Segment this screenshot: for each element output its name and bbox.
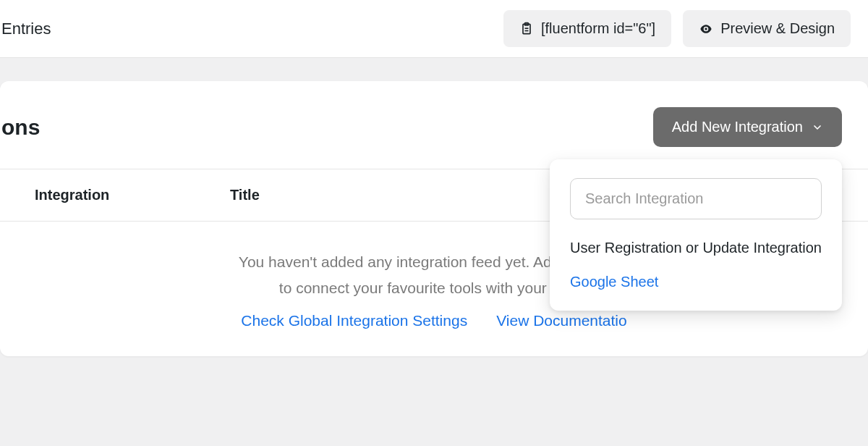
column-header-title: Title: [195, 187, 260, 203]
spacer: [0, 58, 868, 81]
integrations-panel: ons Add New Integration Integration Titl…: [0, 81, 868, 356]
top-bar: Entries [fluentform id="6"] Preview & De…: [0, 0, 868, 58]
add-new-integration-button[interactable]: Add New Integration: [653, 107, 842, 147]
shortcode-button[interactable]: [fluentform id="6"]: [503, 10, 671, 47]
page-title: ons: [0, 115, 40, 140]
add-new-integration-label: Add New Integration: [672, 119, 803, 135]
preview-design-button[interactable]: Preview & Design: [683, 10, 851, 47]
top-bar-actions: [fluentform id="6"] Preview & Design: [503, 10, 851, 47]
view-documentation-link[interactable]: View Documentatio: [496, 312, 627, 329]
dropdown-item-google-sheet[interactable]: Google Sheet: [570, 274, 822, 290]
empty-state-links: Check Global Integration Settings View D…: [29, 312, 839, 329]
eye-icon: [699, 22, 713, 36]
chevron-down-icon: [812, 122, 823, 133]
shortcode-text: [fluentform id="6"]: [541, 20, 655, 37]
tab-entries[interactable]: Entries: [0, 20, 51, 38]
column-header-integration: Integration: [0, 187, 195, 203]
integration-dropdown: User Registration or Update Integration …: [550, 159, 842, 311]
search-integration-input[interactable]: [570, 178, 822, 219]
global-integration-settings-link[interactable]: Check Global Integration Settings: [241, 312, 467, 329]
dropdown-item-user-registration[interactable]: User Registration or Update Integration: [570, 237, 822, 259]
preview-design-label: Preview & Design: [720, 20, 835, 37]
panel-header: ons Add New Integration: [0, 81, 868, 169]
clipboard-icon: [519, 22, 534, 36]
svg-point-4: [705, 28, 707, 30]
